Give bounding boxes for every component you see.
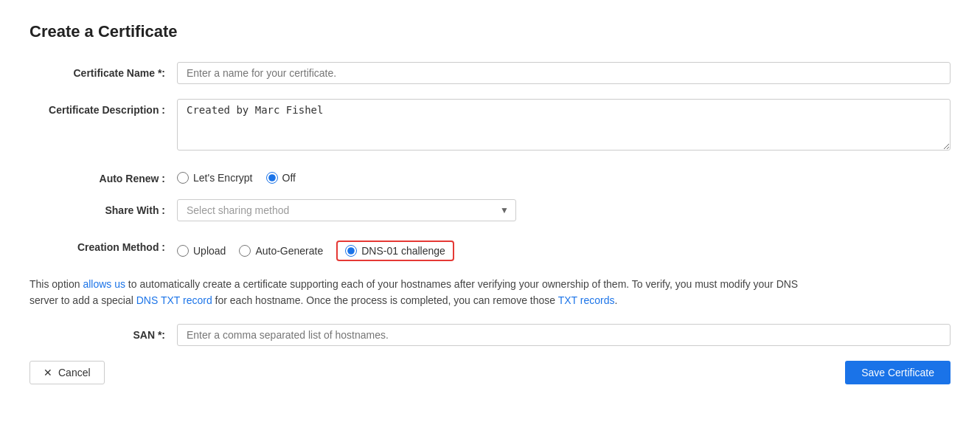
san-input[interactable] xyxy=(177,324,951,346)
share-with-select[interactable]: Select sharing method xyxy=(177,199,516,221)
save-certificate-button[interactable]: Save Certificate xyxy=(845,361,951,384)
dns01-label[interactable]: DNS-01 challenge xyxy=(361,245,445,257)
auto-renew-row: Auto Renew : Let's Encrypt Off xyxy=(29,167,951,184)
allows-link: allows us xyxy=(83,278,125,290)
creation-method-group: Upload Auto-Generate DNS-01 challenge xyxy=(177,236,951,261)
share-with-select-wrap: Select sharing method ▼ xyxy=(177,199,516,221)
san-wrap xyxy=(177,324,951,346)
cancel-label: Cancel xyxy=(58,367,91,378)
share-with-wrap: Select sharing method ▼ xyxy=(177,199,951,221)
share-with-label: Share With : xyxy=(29,199,177,216)
auto-generate-radio[interactable] xyxy=(239,245,251,257)
creation-method-row: Creation Method : Upload Auto-Generate D… xyxy=(29,236,951,261)
certificate-name-label: Certificate Name *: xyxy=(29,62,177,79)
creation-method-upload[interactable]: Upload xyxy=(177,245,226,257)
certificate-description-label: Certificate Description : xyxy=(29,99,177,116)
certificate-description-wrap: Created by Marc Fishel xyxy=(177,99,951,153)
page-container: Create a Certificate Certificate Name *:… xyxy=(0,0,980,407)
dns01-radio[interactable] xyxy=(345,245,357,257)
upload-radio[interactable] xyxy=(177,245,189,257)
cancel-button[interactable]: ✕ Cancel xyxy=(29,361,105,384)
x-icon: ✕ xyxy=(44,367,52,378)
lets-encrypt-label[interactable]: Let's Encrypt xyxy=(193,172,253,184)
page-title: Create a Certificate xyxy=(29,22,951,41)
san-label: SAN *: xyxy=(29,324,177,341)
san-row: SAN *: xyxy=(29,324,951,346)
off-radio[interactable] xyxy=(266,172,278,184)
auto-renew-wrap: Let's Encrypt Off xyxy=(177,167,951,184)
dns-description: This option allows us to automatically c… xyxy=(29,276,951,309)
auto-renew-lets-encrypt[interactable]: Let's Encrypt xyxy=(177,172,253,184)
creation-method-dns01[interactable]: DNS-01 challenge xyxy=(336,241,454,261)
off-label[interactable]: Off xyxy=(282,172,296,184)
certificate-name-row: Certificate Name *: xyxy=(29,62,951,84)
certificate-name-wrap xyxy=(177,62,951,84)
auto-renew-label: Auto Renew : xyxy=(29,167,177,184)
auto-renew-off[interactable]: Off xyxy=(266,172,296,184)
creation-method-wrap: Upload Auto-Generate DNS-01 challenge xyxy=(177,236,951,261)
description-text-1: This option allows us to automatically c… xyxy=(29,278,798,290)
auto-renew-group: Let's Encrypt Off xyxy=(177,167,951,184)
dns-txt-link: DNS TXT record xyxy=(136,294,212,306)
upload-label[interactable]: Upload xyxy=(193,245,226,257)
certificate-description-textarea[interactable]: Created by Marc Fishel xyxy=(177,99,951,151)
auto-generate-label[interactable]: Auto-Generate xyxy=(255,245,323,257)
share-with-row: Share With : Select sharing method ▼ xyxy=(29,199,951,221)
certificate-description-row: Certificate Description : Created by Mar… xyxy=(29,99,951,153)
txt-records-link: TXT records xyxy=(558,294,615,306)
description-text-2: server to add a special DNS TXT record f… xyxy=(29,294,617,306)
lets-encrypt-radio[interactable] xyxy=(177,172,189,184)
certificate-name-input[interactable] xyxy=(177,62,951,84)
footer-row: ✕ Cancel Save Certificate xyxy=(29,361,951,384)
creation-method-auto-generate[interactable]: Auto-Generate xyxy=(239,245,323,257)
creation-method-label: Creation Method : xyxy=(29,236,177,253)
